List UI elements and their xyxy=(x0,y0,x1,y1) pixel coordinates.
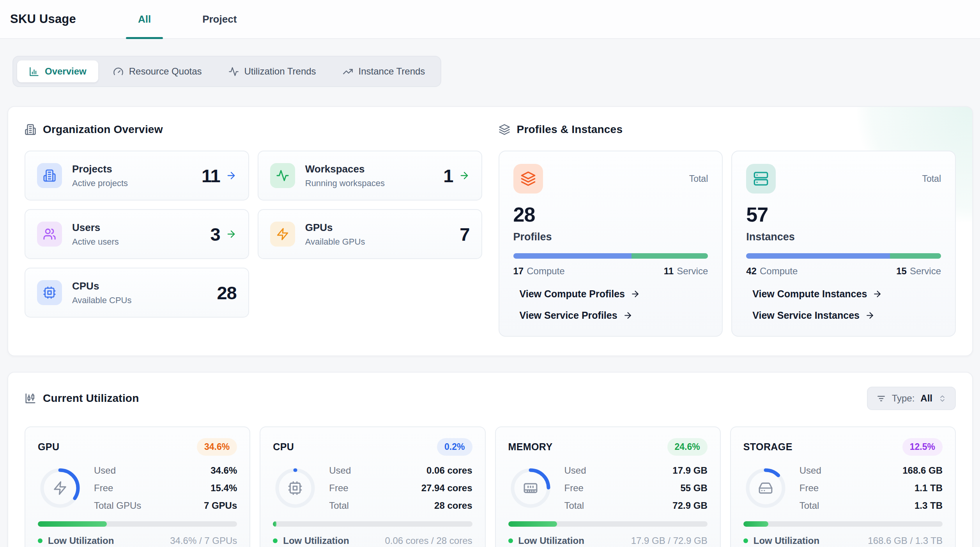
filter-icon xyxy=(876,394,886,403)
instances-card: Total 57 Instances 42Compute 15Service xyxy=(731,151,956,337)
compute-count: 42Compute xyxy=(746,266,798,277)
server-icon xyxy=(753,171,769,186)
card-value: 1 xyxy=(443,165,453,186)
stat-value: 168.6 GB xyxy=(902,465,943,476)
stat-label: Free xyxy=(94,483,113,494)
profiles-tile xyxy=(513,164,543,194)
view-service-instances-link[interactable]: View Service Instances xyxy=(752,310,941,321)
arrow-right-icon xyxy=(872,289,882,299)
storage-utilization-card: STORAGE 12.5% Used168.6 GB Free1.1 TB To… xyxy=(730,426,956,547)
hard-drive-icon xyxy=(743,466,788,510)
stat-value: 27.94 cores xyxy=(421,483,472,494)
stat-value: 17.9 GB xyxy=(672,465,707,476)
usage-detail: 17.9 GB / 72.9 GB xyxy=(631,535,708,546)
zap-icon xyxy=(38,466,82,510)
service-segment xyxy=(890,253,941,259)
subtab-resource-quotas[interactable]: Resource Quotas xyxy=(101,60,214,82)
users-tile xyxy=(37,222,62,247)
link-label: View Service Instances xyxy=(752,310,860,321)
stat-value: 1.1 TB xyxy=(915,483,943,494)
stat-label: Used xyxy=(800,465,821,476)
progress-track xyxy=(38,521,237,527)
projects-card[interactable]: Projects Active projects 11 xyxy=(25,151,249,201)
card-subtitle: Available GPUs xyxy=(305,237,365,247)
card-subtitle: Available CPUs xyxy=(72,295,131,305)
profiles-label: Profiles xyxy=(513,231,708,243)
type-filter-select[interactable]: Type: All xyxy=(867,387,956,410)
arrow-right-icon xyxy=(630,289,640,299)
card-title: MEMORY xyxy=(508,441,553,453)
cpus-tile xyxy=(37,280,62,305)
card-title: GPUs xyxy=(305,222,365,234)
subtab-instance-trends[interactable]: Instance Trends xyxy=(331,60,437,82)
subtab-resource-quotas-label: Resource Quotas xyxy=(129,66,202,77)
subtab-utilization-trends-label: Utilization Trends xyxy=(244,66,316,77)
gauge-icon xyxy=(113,66,124,77)
organization-cards-grid: Projects Active projects 11 Workspaces R… xyxy=(25,151,482,318)
link-label: View Compute Instances xyxy=(752,288,867,300)
progress-track xyxy=(508,521,708,527)
section-title: Current Utilization xyxy=(43,392,139,405)
stat-value: 0.06 cores xyxy=(426,465,472,476)
building-icon xyxy=(43,169,56,182)
total-label: Total xyxy=(922,174,941,184)
profiles-total-value: 28 xyxy=(513,203,708,226)
arrow-right-icon xyxy=(865,311,875,320)
tab-project-label: Project xyxy=(202,13,237,25)
utilization-badge: 24.6% xyxy=(667,438,708,456)
layers-icon xyxy=(520,171,536,186)
card-title: Projects xyxy=(72,163,128,175)
cpu-icon xyxy=(273,466,317,510)
card-title: Workspaces xyxy=(305,163,385,175)
activity-icon xyxy=(276,169,289,182)
card-subtitle: Running workspaces xyxy=(305,178,385,188)
utilization-cards-grid: GPU 34.6% Used34.6% Free15.4% Total GPUs… xyxy=(25,426,956,547)
stat-label: Total xyxy=(800,500,819,511)
tab-all[interactable]: All xyxy=(126,0,163,38)
usage-detail: 0.06 cores / 28 cores xyxy=(385,535,472,546)
usage-detail: 34.6% / 7 GPUs xyxy=(170,535,237,546)
gpu-gauge xyxy=(38,466,82,510)
users-card[interactable]: Users Active users 3 xyxy=(25,209,249,259)
service-count: 11Service xyxy=(664,266,708,277)
filter-value: All xyxy=(920,393,932,404)
workspaces-card[interactable]: Workspaces Running workspaces 1 xyxy=(258,151,482,201)
trending-up-icon xyxy=(343,66,353,77)
filter-label: Type: xyxy=(892,393,915,404)
instances-split-bar xyxy=(746,253,941,259)
bar-chart-icon xyxy=(29,66,39,77)
card-value: 3 xyxy=(211,224,220,245)
subtab-instance-trends-label: Instance Trends xyxy=(359,66,425,77)
subtab-utilization-trends[interactable]: Utilization Trends xyxy=(217,60,328,82)
stat-label: Total GPUs xyxy=(94,500,141,511)
stat-value: 55 GB xyxy=(680,483,707,494)
tab-all-label: All xyxy=(138,13,151,25)
instances-label: Instances xyxy=(746,231,941,243)
stat-value: 34.6% xyxy=(211,465,237,476)
progress-fill xyxy=(38,521,107,527)
users-icon xyxy=(43,227,56,241)
progress-track xyxy=(743,521,943,527)
subtab-overview[interactable]: Overview xyxy=(17,60,98,82)
view-compute-profiles-link[interactable]: View Compute Profiles xyxy=(520,288,708,300)
storage-gauge xyxy=(743,466,788,510)
cpus-card: CPUs Available CPUs 28 xyxy=(25,268,249,318)
top-header: SKU Usage All Project xyxy=(0,0,980,39)
total-label: Total xyxy=(689,174,708,184)
utilization-badge: 34.6% xyxy=(197,438,237,456)
status-dot xyxy=(743,538,748,543)
status-text: Low Utilization xyxy=(754,535,819,546)
tab-project[interactable]: Project xyxy=(190,0,249,38)
candlestick-chart-icon xyxy=(25,392,36,404)
instances-total-value: 57 xyxy=(746,203,941,226)
overview-panel: Organization Overview Projects Active pr… xyxy=(7,106,973,356)
view-service-profiles-link[interactable]: View Service Profiles xyxy=(520,310,708,321)
building-icon xyxy=(25,124,36,135)
current-utilization-panel: Current Utilization Type: All GPU 34.6% xyxy=(7,372,973,547)
status-text: Low Utilization xyxy=(283,535,349,546)
cpu-icon xyxy=(43,286,56,299)
workspaces-tile xyxy=(270,163,295,188)
profiles-instances-grid: Total 28 Profiles 17Compute 11Service xyxy=(499,151,956,337)
stat-label: Free xyxy=(800,483,819,494)
view-compute-instances-link[interactable]: View Compute Instances xyxy=(752,288,941,300)
